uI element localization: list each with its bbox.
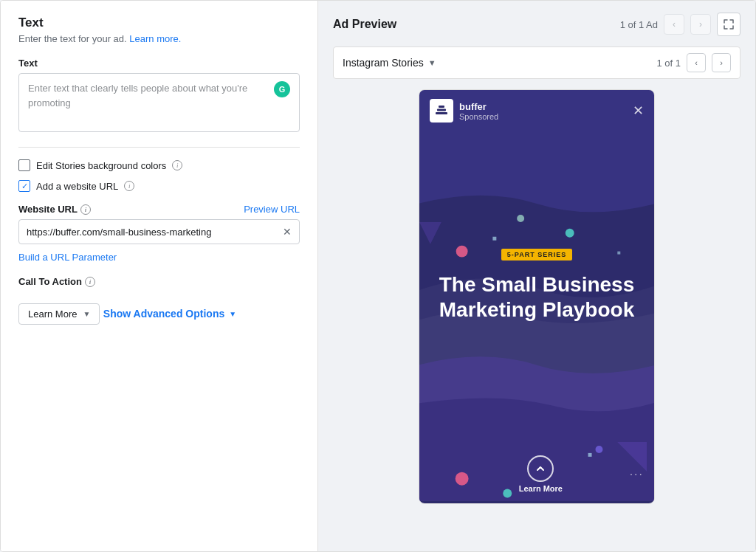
text-placeholder: Enter text that clearly tells people abo… <box>28 81 274 110</box>
page-prev-button[interactable]: ‹ <box>687 53 706 72</box>
grammarly-icon: G <box>274 81 290 97</box>
swipe-up: Learn More <box>519 455 563 493</box>
edit-stories-row: Edit Stories background colors i <box>18 159 300 171</box>
brand-logo <box>430 99 453 123</box>
page-count-nav: 1 of 1 ‹ › <box>656 53 731 72</box>
add-website-url-checkbox[interactable]: ✓ <box>18 180 30 192</box>
page-count-text: 1 of 1 <box>656 58 681 69</box>
svg-rect-11 <box>436 112 447 114</box>
preview-url-link[interactable]: Preview URL <box>244 204 300 215</box>
edit-stories-checkbox[interactable] <box>18 159 30 171</box>
divider-1 <box>18 147 300 148</box>
swipe-up-icon <box>527 455 554 482</box>
right-panel: Ad Preview 1 of 1 Ad ‹ › Instagram Stori… <box>318 1 755 551</box>
cta-label: Call To Action i <box>18 276 300 287</box>
advanced-options-button[interactable]: Show Advanced Options ▼ <box>103 308 236 320</box>
brand-name: buffer <box>459 101 498 112</box>
stories-footer: Learn More ··· <box>419 448 654 503</box>
series-badge: 5-PART SERIES <box>501 249 572 261</box>
placement-label: Instagram Stories <box>343 57 424 69</box>
build-url-link[interactable]: Build a URL Parameter <box>18 252 300 263</box>
url-input[interactable]: https://buffer.com/small-business-market… <box>27 227 278 238</box>
cta-dropdown-arrow-icon: ▼ <box>83 310 90 318</box>
website-url-info-icon[interactable]: i <box>80 204 91 215</box>
text-area[interactable]: Enter text that clearly tells people abo… <box>18 73 300 132</box>
headline-line1: The Small Business <box>439 273 635 296</box>
preview-header: Ad Preview 1 of 1 Ad ‹ › <box>333 13 740 36</box>
add-website-url-label: Add a website URL <box>36 181 118 192</box>
buffer-logo-icon <box>434 103 449 118</box>
preview-controls: Instagram Stories ▼ 1 of 1 ‹ › <box>333 46 740 79</box>
url-input-wrapper: https://buffer.com/small-business-market… <box>18 219 300 244</box>
preview-count: 1 of 1 Ad <box>620 19 658 30</box>
svg-rect-13 <box>439 106 444 108</box>
edit-stories-label: Edit Stories background colors <box>36 160 166 171</box>
preview-next-button[interactable]: › <box>690 14 711 35</box>
svg-rect-12 <box>437 109 446 111</box>
expand-button[interactable] <box>717 13 740 36</box>
cta-dropdown[interactable]: Learn More ▼ <box>18 303 100 325</box>
brand-sponsored: Sponsored <box>459 112 498 121</box>
add-website-url-row: ✓ Add a website URL i <box>18 180 300 192</box>
add-website-url-info-icon[interactable]: i <box>124 181 134 191</box>
advanced-options-arrow-icon: ▼ <box>229 310 236 318</box>
placement-dropdown[interactable]: Instagram Stories ▼ <box>343 57 436 69</box>
stories-close-icon[interactable]: ✕ <box>633 103 644 119</box>
preview-nav: 1 of 1 Ad ‹ › <box>620 13 740 36</box>
section-title: Text <box>18 15 300 30</box>
main-container: Text Enter the text for your ad. Learn m… <box>0 0 756 552</box>
url-row: Website URL i Preview URL <box>18 204 300 215</box>
brand-info: buffer Sponsored <box>459 101 498 121</box>
headline-line2: Marketing Playbook <box>439 298 635 321</box>
stories-brand: buffer Sponsored <box>430 99 498 123</box>
edit-stories-info-icon[interactable]: i <box>172 160 182 170</box>
left-panel: Text Enter the text for your ad. Learn m… <box>1 1 318 551</box>
url-clear-icon[interactable]: ✕ <box>278 226 292 238</box>
preview-prev-button[interactable]: ‹ <box>664 14 684 35</box>
chevron-up-icon <box>535 463 546 475</box>
text-field-label: Text <box>18 58 300 69</box>
ad-preview-card: buffer Sponsored ✕ 5-PART SERIES The Sma… <box>419 89 655 504</box>
advanced-options-label: Show Advanced Options <box>103 308 224 320</box>
cta-label-ad: Learn More <box>519 484 563 493</box>
stories-more-icon[interactable]: ··· <box>630 468 644 481</box>
stories-headline: The Small Business Marketing Playbook <box>439 272 635 322</box>
cta-info-icon[interactable]: i <box>85 277 95 287</box>
stories-content: 5-PART SERIES The Small Business Marketi… <box>419 123 654 448</box>
expand-icon <box>724 19 734 30</box>
preview-title: Ad Preview <box>333 18 396 31</box>
cta-dropdown-value: Learn More <box>28 308 77 320</box>
placement-arrow-icon: ▼ <box>428 58 436 67</box>
website-url-label: Website URL i <box>18 204 91 215</box>
learn-more-link[interactable]: Learn more. <box>129 33 181 44</box>
stories-header: buffer Sponsored ✕ <box>419 90 654 123</box>
page-next-button[interactable]: › <box>712 53 731 72</box>
stories-ad: buffer Sponsored ✕ 5-PART SERIES The Sma… <box>419 90 654 503</box>
section-subtitle: Enter the text for your ad. Learn more. <box>18 33 300 44</box>
